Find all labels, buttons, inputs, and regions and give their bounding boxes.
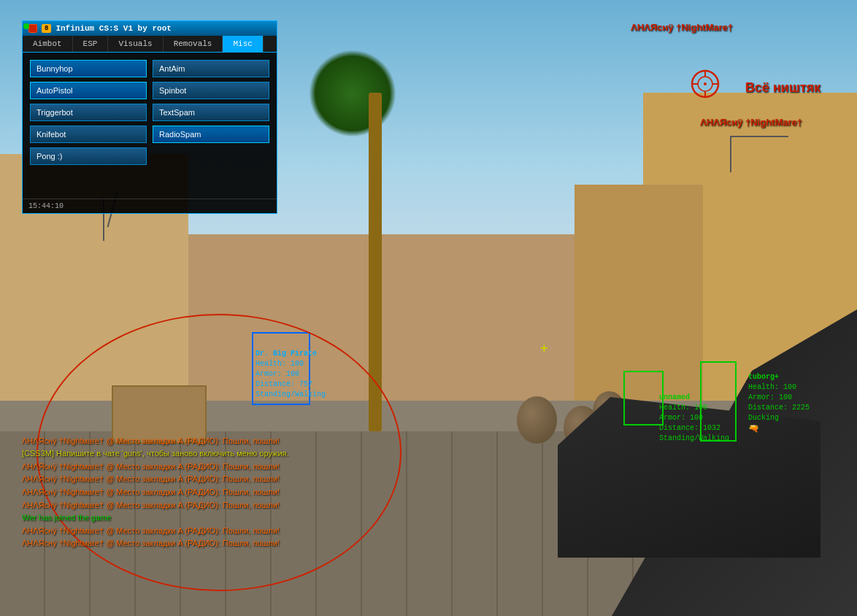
palm-trunk: [369, 93, 382, 431]
palm-leaves: [309, 50, 396, 137]
chat-line-4: ΛHΛЯcнÿ †Nightмаre† @ Место закладки A (…: [22, 486, 416, 499]
chat-area: ΛHΛЯcнÿ †Nightмаre† @ Место закладки A (…: [22, 435, 416, 550]
enemy-tag-1: ΛHΛЯcнÿ †NightMare†: [631, 22, 733, 33]
cheat-menu-footer: 15:44:10: [23, 199, 277, 213]
chat-line-5: ΛHΛЯcнÿ †Nightмаre† @ Место закладки A (…: [22, 499, 416, 512]
cheat-menu-body: Bunnyhop AutoPistol Triggerbot Knifebot …: [23, 53, 277, 199]
chat-line-6: Wer has joined the game: [22, 512, 416, 525]
esp-arrow-1: ↓: [255, 400, 326, 410]
right-column: AntAim Spinbot TextSpam RadioSpam: [153, 60, 269, 191]
bunnyhop-button[interactable]: Bunnyhop: [30, 60, 147, 77]
tab-visuals[interactable]: Visuals: [108, 36, 163, 52]
antiaim-button[interactable]: AntAim: [153, 60, 269, 77]
esp-info-player3: tuborg+ Health: 100 Armor: 100 Distance:…: [748, 372, 810, 436]
status-indicator: [23, 23, 29, 29]
right-text: Всё ништяк: [745, 80, 821, 96]
menu-title: Infinium CS:S V1 by root: [55, 24, 171, 33]
enemy-tag-2: ΛHΛЯcнÿ †NightMare†: [700, 117, 802, 128]
chat-line-7: ΛHΛЯcнÿ †Nightмаre† @ Место закладки A (…: [22, 525, 416, 538]
timestamp: 15:44:10: [28, 202, 64, 210]
knifebot-button[interactable]: Knifebot: [30, 126, 147, 143]
triggerbot-button[interactable]: Triggerbot: [30, 104, 147, 121]
barrel-1: [517, 396, 557, 444]
tab-aimbot[interactable]: Aimbot: [23, 36, 73, 52]
autopistol-button[interactable]: AutoPistol: [30, 82, 147, 99]
esp-health-label-1: Health: 100: [255, 359, 326, 369]
radiospam-button[interactable]: RadioSpam: [153, 126, 269, 143]
esp-status-2: Standing/Walking: [659, 434, 729, 444]
esp-distance-label-1: Distance: 757: [255, 380, 326, 390]
left-column: Bunnyhop AutoPistol Triggerbot Knifebot …: [30, 60, 147, 191]
crosshair: +: [540, 342, 548, 356]
chat-line-1: [CSS3М] Напишите в чате 'guns', чтобы за…: [22, 447, 416, 461]
antenna-right: [730, 136, 788, 172]
chat-line-3: ΛHΛЯcнÿ †Nightмаre† @ Место закладки A (…: [22, 473, 416, 486]
esp-armor-label-2: Armor: 100: [659, 413, 729, 423]
cheat-menu-tabs: Aimbot ESP Visuals Removals Misc: [23, 36, 277, 53]
chat-line-8: ΛHΛЯcнÿ †Nightмаre† @ Место закладки A (…: [22, 537, 416, 550]
esp-distance-label-2: Distance: 1032: [659, 423, 729, 434]
svg-point-6: [704, 82, 707, 85]
esp-gun-icon: 🔫: [748, 423, 810, 436]
close-button[interactable]: [28, 24, 37, 33]
esp-status-3: Ducking: [748, 413, 810, 423]
chat-line-2: ΛHΛЯcнÿ †Nightмаre† @ Место закладки A (…: [22, 461, 416, 474]
player-cursor-icon: [689, 69, 722, 113]
spinbot-button[interactable]: Spinbot: [153, 82, 269, 99]
esp-name-3: tuborg+: [748, 372, 810, 382]
tab-misc[interactable]: Misc: [223, 36, 263, 52]
cheat-menu-header[interactable]: 8 Infinium CS:S V1 by root: [23, 21, 277, 36]
chat-line-0: ΛHΛЯcнÿ †Nightмаre† @ Место закладки A (…: [22, 435, 416, 448]
esp-armor-label-1: Armor: 100: [255, 369, 326, 380]
esp-health-label-2: Health: 100: [659, 403, 729, 413]
esp-distance-label-3: Distance: 2225: [748, 403, 810, 413]
pong-button[interactable]: Pong :): [30, 147, 147, 165]
esp-armor-label-3: Armor: 100: [748, 393, 810, 403]
esp-name-2: unnamed: [659, 393, 729, 403]
tab-removals[interactable]: Removals: [164, 36, 223, 52]
esp-status-1: Standing/Walking: [255, 390, 326, 400]
esp-name-1: Dr. Big Pirate: [255, 349, 326, 359]
textspam-button[interactable]: TextSpam: [153, 104, 269, 121]
cheat-menu: 8 Infinium CS:S V1 by root Aimbot ESP Vi…: [22, 20, 277, 214]
badge: 8: [42, 24, 51, 33]
esp-info-player1: Dr. Big Pirate Health: 100 Armor: 100 Di…: [255, 349, 326, 410]
esp-health-label-3: Health: 100: [748, 382, 810, 393]
tab-esp[interactable]: ESP: [73, 36, 109, 52]
esp-info-player2: unnamed Health: 100 Armor: 100 Distance:…: [659, 393, 729, 444]
